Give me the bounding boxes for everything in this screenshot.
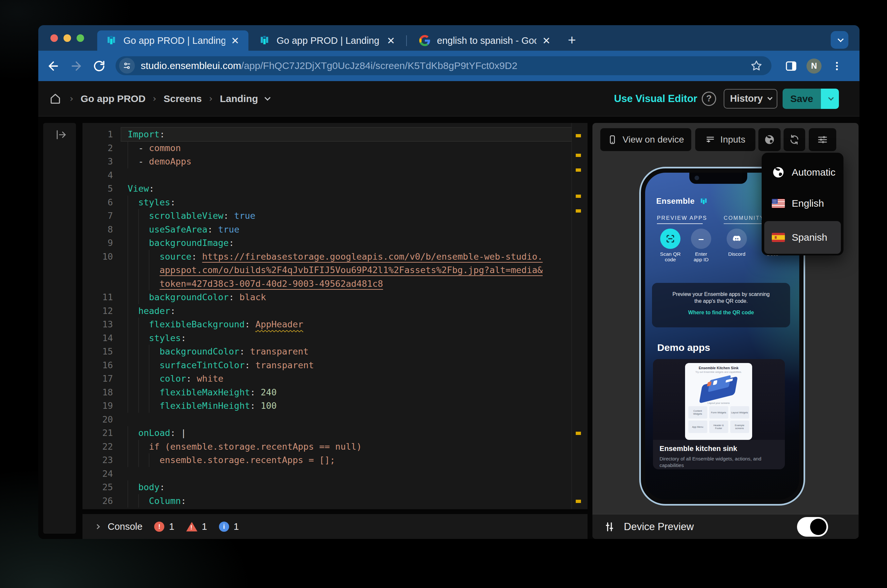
- code-editor[interactable]: 1234567891011121314151617181920212223242…: [83, 123, 588, 509]
- code-line[interactable]: [121, 467, 571, 481]
- forward-button[interactable]: [66, 51, 87, 81]
- tab-1[interactable]: Go app PROD | Landing ✕: [97, 30, 248, 51]
- code-line[interactable]: source: https://firebasestorage.googleap…: [121, 250, 571, 264]
- expand-panel-icon[interactable]: [56, 130, 67, 140]
- breadcrumb-screen-name[interactable]: Landing: [220, 93, 258, 104]
- address-bar[interactable]: studio.ensembleui.com/app/FhQC7J2DjXTg0U…: [116, 56, 771, 75]
- code-line[interactable]: [121, 413, 571, 426]
- problem-marker: [576, 432, 581, 435]
- browser-menu-button[interactable]: [827, 51, 847, 81]
- language-button[interactable]: [758, 128, 780, 151]
- console-expand-icon[interactable]: [95, 524, 100, 529]
- code-line[interactable]: ensemble.storage.recentApps = [];: [121, 453, 571, 467]
- action-label: Scan QRcode: [654, 251, 687, 262]
- device-preview-icon: [604, 521, 616, 533]
- demo-card-caption: Ensemble kitchen sink Directory of all E…: [653, 440, 785, 469]
- back-button[interactable]: [43, 51, 64, 81]
- code-line[interactable]: backgroundColor: transparent: [121, 345, 571, 358]
- side-panel-button[interactable]: [780, 51, 801, 81]
- globe-icon: [764, 134, 775, 145]
- window-controls[interactable]: [50, 34, 84, 42]
- code-line[interactable]: Column:: [121, 494, 571, 508]
- code-line[interactable]: flexibleMinHeight: 100: [121, 399, 571, 413]
- code-line[interactable]: token=427d38c3-007d-40d2-9003-49562ad481…: [121, 277, 571, 291]
- language-option-automatic[interactable]: Automatic: [764, 159, 841, 185]
- chevron-down-icon: [828, 95, 834, 100]
- browser-window: Go app PROD | Landing ✕ Go app PROD | La…: [38, 25, 860, 539]
- tab-2[interactable]: Go app PROD | Landing ✕: [250, 30, 404, 51]
- refresh-button[interactable]: [783, 128, 805, 151]
- code-line[interactable]: backgroundImage:: [121, 236, 571, 250]
- tab-search-button[interactable]: [831, 31, 848, 49]
- url-text[interactable]: studio.ensembleui.com/app/FhQC7J2DjXTg0U…: [141, 60, 517, 71]
- qr-link[interactable]: Where to find the QR code: [652, 310, 790, 316]
- screen-dropdown-icon[interactable]: [265, 94, 271, 100]
- profile-avatar[interactable]: N: [804, 51, 824, 81]
- code-line[interactable]: - demoApps: [121, 154, 571, 168]
- code-line[interactable]: header:: [121, 304, 571, 318]
- action-enter[interactable]: [691, 229, 711, 249]
- breadcrumb-screens[interactable]: Screens: [164, 93, 202, 104]
- line-number: 15: [93, 345, 113, 358]
- new-tab-button[interactable]: +: [568, 32, 576, 48]
- code-line[interactable]: flexibleBackground: AppHeader: [121, 318, 571, 331]
- preview-panel: View on device Inputs: [592, 123, 858, 539]
- code-line[interactable]: backgroundColor: black: [121, 290, 571, 304]
- code-line[interactable]: if (ensemble.storage.recentApps == null): [121, 440, 571, 454]
- problem-marker: [576, 209, 581, 213]
- device-preview-toggle[interactable]: [797, 517, 828, 537]
- code-line[interactable]: body:: [121, 480, 571, 494]
- line-number: 9: [93, 236, 113, 250]
- info-text: Preview your Ensemble apps by scanningth…: [652, 291, 790, 304]
- code-line[interactable]: onLoad: |: [121, 426, 571, 440]
- code-line[interactable]: appspot.com/o/builds%2F4qJvbIFIJ5Vou69P4…: [121, 263, 571, 277]
- zoom-window-button[interactable]: [77, 34, 84, 42]
- inputs-button[interactable]: Inputs: [695, 128, 755, 151]
- line-number: 13: [93, 318, 113, 331]
- action-discord[interactable]: [727, 229, 747, 249]
- tab-close-icon[interactable]: ✕: [231, 35, 239, 46]
- code-line[interactable]: styles:: [121, 331, 571, 345]
- home-button[interactable]: [45, 81, 66, 116]
- code-line[interactable]: scrollableView: true: [121, 209, 571, 223]
- code-line[interactable]: color: white: [121, 372, 571, 386]
- browser-toolbar: studio.ensembleui.com/app/FhQC7J2DjXTg0U…: [38, 51, 860, 81]
- site-settings-button[interactable]: [119, 58, 135, 74]
- use-visual-editor-link[interactable]: Use Visual Editor: [614, 93, 697, 105]
- bookmark-button[interactable]: [750, 59, 763, 74]
- reload-button[interactable]: [89, 51, 110, 81]
- qr-info-card: Preview your Ensemble apps by scanningth…: [652, 283, 790, 327]
- code-line[interactable]: styles:: [121, 196, 571, 209]
- code-line[interactable]: Import:: [121, 128, 571, 141]
- ensemble-glyph-icon: [700, 197, 708, 205]
- view-on-device-button[interactable]: View on device: [600, 128, 691, 151]
- tab-preview-apps[interactable]: PREVIEW APPS: [657, 215, 707, 221]
- code-line[interactable]: surfaceTintColor: transparent: [121, 358, 571, 372]
- code-line[interactable]: View:: [121, 182, 571, 196]
- close-window-button[interactable]: [50, 34, 58, 42]
- code-line[interactable]: - common: [121, 141, 571, 155]
- help-button[interactable]: ?: [702, 92, 716, 106]
- code-line[interactable]: [121, 168, 571, 182]
- preview-settings-button[interactable]: [809, 128, 836, 151]
- code-line[interactable]: useSafeArea: true: [121, 223, 571, 237]
- code-line[interactable]: flexibleMaxHeight: 240: [121, 386, 571, 399]
- console-bar[interactable]: Console ! 1 ! 1 i 1: [83, 514, 588, 539]
- breadcrumb-separator: ›: [153, 93, 156, 104]
- demo-app-card[interactable]: Ensemble Kitchen Sink Try out Ensemble w…: [653, 359, 785, 469]
- tab-title: english to spanish - Google S: [437, 35, 537, 46]
- save-options-button[interactable]: [821, 88, 839, 109]
- line-number: 14: [93, 331, 113, 345]
- line-number: 23: [93, 453, 113, 467]
- minimize-window-button[interactable]: [63, 34, 71, 42]
- tab-close-icon[interactable]: ✕: [542, 35, 550, 46]
- tab-3[interactable]: english to spanish - Google S ✕: [411, 30, 560, 51]
- breadcrumb-project[interactable]: Go app PROD: [81, 93, 145, 104]
- kebab-menu-icon: [831, 60, 842, 72]
- language-option-english[interactable]: English: [764, 190, 841, 216]
- language-option-spanish[interactable]: Spanish: [764, 221, 841, 254]
- save-button[interactable]: Save: [783, 88, 821, 109]
- action-scan-qr[interactable]: [660, 229, 681, 249]
- history-button[interactable]: History: [724, 89, 777, 109]
- tab-close-icon[interactable]: ✕: [387, 35, 395, 46]
